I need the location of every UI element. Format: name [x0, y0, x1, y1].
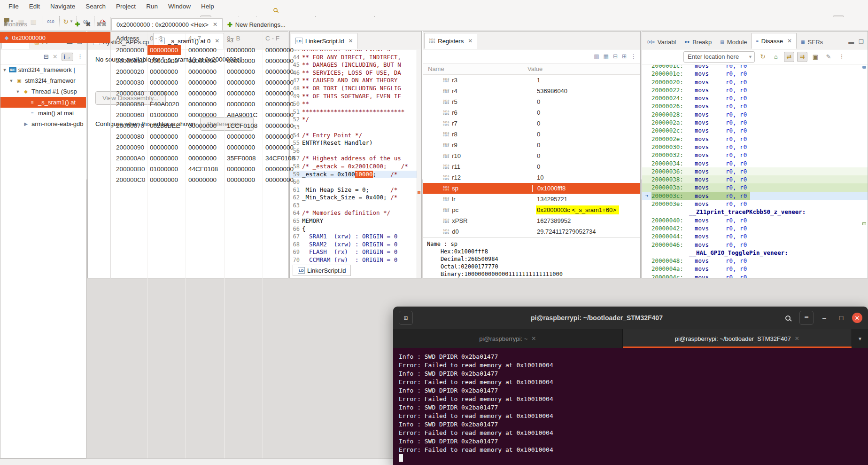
memory-cell[interactable]: 00000000 [263, 144, 301, 151]
close-icon[interactable]: ✕ [531, 335, 536, 342]
memory-cell[interactable]: 00000000 [147, 144, 186, 151]
memory-cell[interactable]: A8A9001C [224, 111, 263, 118]
rendering-tab[interactable]: 0x20000000 : 0x20000000 <Hex>✕ [111, 18, 223, 31]
memory-row[interactable]: 2000003000000000000000000000000000000000 [111, 77, 868, 88]
memory-row[interactable]: 20000050F40A0020000000000000000000000000 [111, 99, 868, 110]
memory-cell[interactable]: 00000000 [186, 79, 224, 86]
menu-file[interactable]: File [4, 1, 23, 11]
menu-edit[interactable]: Edit [24, 1, 45, 11]
memory-cell[interactable]: 00000000 [186, 68, 224, 75]
memory-cell[interactable]: 44CF0108 [186, 166, 224, 173]
instruction-operands: r0, r0 [726, 192, 747, 200]
memory-cell[interactable]: 00000000 [186, 133, 224, 140]
hamburger-menu-icon[interactable]: ≡ [799, 311, 814, 325]
memory-column-header: 8 - B [224, 35, 263, 42]
memory-row[interactable]: 200000600100000000000000A8A9001C00000000 [111, 110, 868, 120]
memory-cell[interactable]: 00000000 [224, 90, 263, 97]
memory-cell[interactable]: 00000000 [224, 101, 263, 108]
menu-project[interactable]: Project [111, 1, 140, 11]
memory-cell[interactable]: 35FF0008 [224, 155, 263, 162]
terminal-tab[interactable]: pi@raspberrypi: ~✕ [393, 329, 623, 348]
memory-monitor-item[interactable]: ◆0x20000000 [0, 32, 110, 43]
memory-row[interactable]: 2000007000286BEE000000001CCF010800000000 [111, 120, 868, 131]
memory-cell[interactable]: 00000000 [147, 133, 186, 140]
maximize-icon[interactable]: □ [835, 314, 847, 322]
close-icon[interactable]: ✕ [213, 21, 217, 28]
memory-cell[interactable]: 00000000 [263, 79, 301, 86]
terminal-tab[interactable]: pi@raspberrypi: ~/bootloader_STM32F407✕ [623, 329, 852, 348]
memory-cell[interactable]: 00000000 [263, 68, 301, 75]
memory-cell[interactable]: 00000000 [224, 68, 263, 75]
memory-cell[interactable]: 00000000 [147, 57, 186, 64]
memory-cell[interactable]: 00000000 [147, 79, 186, 86]
memory-cell[interactable]: 00000000 [224, 166, 263, 173]
close-icon[interactable]: ✕ [852, 313, 862, 323]
memory-cell[interactable]: 00000000 [186, 144, 224, 151]
terminal-icon[interactable]: ⊞ [399, 311, 413, 325]
memory-cell[interactable]: 34CF0108 [263, 155, 301, 162]
memory-row[interactable]: 2000001000000000000000000000000000000000 [111, 55, 868, 66]
memory-cell[interactable]: 00000000 [263, 176, 301, 183]
memory-cell[interactable]: 00000000 [224, 176, 263, 183]
memory-cell[interactable]: 00000000 [263, 133, 301, 140]
terminal-titlebar[interactable]: ⊞ pi@raspberrypi: ~/bootloader_STM32F407… [393, 307, 868, 329]
add-monitor-button[interactable]: ✚ [75, 21, 80, 28]
memory-cell[interactable]: 00000000 [263, 122, 301, 129]
menu-search[interactable]: Search [81, 1, 110, 11]
memory-cell[interactable]: 01000000 [147, 111, 186, 118]
memory-row[interactable]: 2000002000000000000000000000000000000000 [111, 66, 868, 77]
memory-cell[interactable]: 00000000 [224, 144, 263, 151]
memory-cell[interactable]: 00000000 [186, 57, 224, 64]
memory-cell[interactable]: 00000000 [147, 47, 186, 54]
memory-row[interactable]: 2000000000000000000000000000000000000000 [111, 45, 868, 55]
memory-cell[interactable]: 00000000 [263, 90, 301, 97]
memory-cell[interactable]: 00000000 [224, 133, 263, 140]
remove-monitor-button[interactable]: ✖ [85, 21, 91, 28]
remove-all-monitors-button[interactable]: ✖✖ [96, 21, 107, 28]
menu-window[interactable]: Window [163, 1, 195, 11]
terminal-output[interactable]: Info : SWD DPIDR 0x2ba01477Error: Failed… [393, 348, 868, 465]
memory-cell[interactable]: 00000000 [147, 68, 186, 75]
memory-cell[interactable]: 00000000 [263, 111, 301, 118]
memory-cell[interactable]: 00000000 [224, 57, 263, 64]
monitors-list[interactable]: ◆0x20000000 [0, 32, 110, 43]
close-icon[interactable]: ✕ [795, 335, 799, 342]
memory-cell[interactable]: 00000000 [186, 101, 224, 108]
menu-navigate[interactable]: Navigate [46, 1, 80, 11]
rendering-tab[interactable]: ✚New Renderings... [223, 18, 290, 31]
memory-row[interactable]: 200000A0000000000000000035FF000834CF0108 [111, 153, 868, 164]
memory-cell[interactable]: 00000000 [186, 90, 224, 97]
memory-cell[interactable]: 00000000 [263, 47, 301, 54]
menu-run[interactable]: Run [141, 1, 163, 11]
memory-row[interactable]: 2000004000000000000000000000000000000000 [111, 88, 868, 99]
memory-cell[interactable]: 00286BEE [147, 122, 186, 129]
memory-cell[interactable]: F40A0020 [147, 101, 186, 108]
memory-cell[interactable]: 00000000 [263, 166, 301, 173]
memory-cell[interactable]: 00000000 [186, 176, 224, 183]
memory-cell[interactable]: 00000000 [147, 90, 186, 97]
memory-row[interactable]: 200000C000000000000000000000000000000000 [111, 174, 868, 185]
memory-cell[interactable]: 00000000 [147, 155, 186, 162]
memory-cell[interactable]: 01000000 [147, 166, 186, 173]
memory-row[interactable]: 2000009000000000000000000000000000000000 [111, 142, 868, 153]
memory-cell[interactable]: 00000000 [263, 57, 301, 64]
memory-cell[interactable]: 1CCF0108 [224, 122, 263, 129]
memory-cell[interactable]: 00000000 [186, 47, 224, 54]
search-icon[interactable] [781, 311, 795, 325]
monitor-label: 0x20000000 [12, 34, 46, 41]
grid-line [186, 32, 186, 465]
terminal-tab-caret[interactable]: ▼ [852, 329, 868, 348]
memory-address: 20000060 [111, 111, 147, 118]
memory-cell[interactable]: 00000000 [224, 79, 263, 86]
menu-help[interactable]: Help [196, 1, 219, 11]
memory-row[interactable]: 2000008000000000000000000000000000000000 [111, 131, 868, 142]
memory-address: 20000080 [111, 133, 147, 140]
memory-cell[interactable]: 00000000 [186, 111, 224, 118]
memory-cell[interactable]: 00000000 [263, 101, 301, 108]
memory-cell[interactable]: 00000000 [147, 176, 186, 183]
memory-cell[interactable]: 00000000 [186, 155, 224, 162]
memory-cell[interactable]: 00000000 [224, 47, 263, 54]
memory-row[interactable]: 200000B00100000044CF01080000000000000000 [111, 164, 868, 174]
memory-cell[interactable]: 00000000 [186, 122, 224, 129]
minimize-icon[interactable]: – [818, 314, 830, 322]
